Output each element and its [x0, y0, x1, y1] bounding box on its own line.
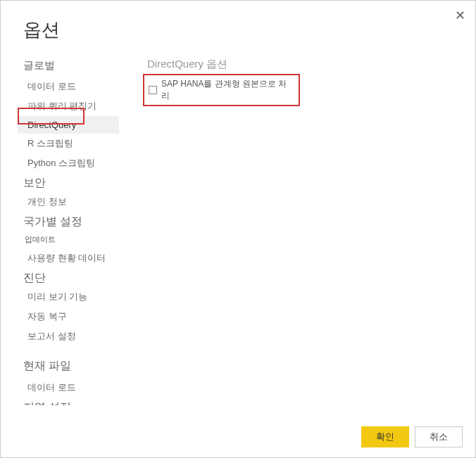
sidebar-item-report-settings[interactable]: 보고서 설정 — [18, 326, 119, 346]
content-area: 글로벌 데이터 로드 파워 쿼리 편집기 DirectQuery R 스크립팅 … — [18, 55, 475, 405]
button-bar: 확인 취소 — [361, 426, 463, 447]
checkbox-label: SAP HANA를 관계형 원본으로 처리 — [161, 78, 294, 102]
sidebar-item-power-query[interactable]: 파워 쿼리 편집기 — [18, 96, 119, 116]
sidebar-item-preview[interactable]: 미리 보기 기능 — [18, 287, 119, 307]
sidebar-section-current-file: 현재 파일 — [18, 355, 119, 378]
sidebar-item-python-scripting[interactable]: Python 스크립팅 — [18, 153, 119, 173]
sidebar-sub-diagnostics[interactable]: 진단 — [18, 268, 119, 287]
sidebar-item-data-load-2[interactable]: 데이터 로드 — [18, 378, 119, 397]
cancel-button[interactable]: 취소 — [415, 426, 463, 447]
sidebar-item-privacy[interactable]: 개인 정보 — [18, 192, 119, 212]
checkbox-icon[interactable] — [149, 86, 157, 94]
sidebar-section-global: 글로벌 — [18, 55, 119, 77]
sidebar-sub-regional-2[interactable]: 지역 설정 — [18, 397, 119, 405]
sidebar-item-data-load[interactable]: 데이터 로드 — [18, 77, 119, 96]
sidebar-item-directquery[interactable]: DirectQuery — [18, 116, 119, 134]
dialog-title: 옵션 — [1, 1, 475, 55]
ok-button[interactable]: 확인 — [361, 426, 409, 447]
sidebar-item-r-scripting[interactable]: R 스크립팅 — [18, 134, 119, 153]
main-panel: DirectQuery 옵션 SAP HANA를 관계형 원본으로 처리 — [119, 55, 475, 405]
checkbox-row-sap-hana[interactable]: SAP HANA를 관계형 원본으로 처리 — [143, 74, 300, 106]
sidebar-item-update[interactable]: 업데이트 — [18, 231, 119, 248]
main-section-title: DirectQuery 옵션 — [143, 58, 475, 71]
sidebar-sub-regional[interactable]: 국가별 설정 — [18, 212, 119, 231]
sidebar-item-usage[interactable]: 사용량 현황 데이터 — [18, 248, 119, 268]
sidebar[interactable]: 글로벌 데이터 로드 파워 쿼리 편집기 DirectQuery R 스크립팅 … — [18, 55, 119, 405]
sidebar-sub-security[interactable]: 보안 — [18, 173, 119, 192]
close-icon[interactable]: ✕ — [455, 8, 465, 23]
sidebar-item-autorecovery[interactable]: 자동 복구 — [18, 307, 119, 326]
